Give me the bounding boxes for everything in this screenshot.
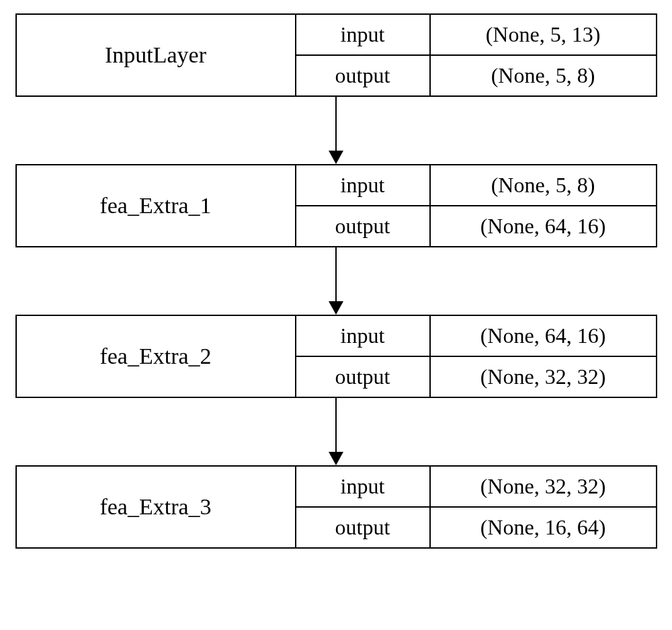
input-label: input: [296, 165, 429, 206]
input-shape: (None, 5, 8): [431, 165, 656, 206]
io-labels: input output: [296, 165, 431, 246]
output-label: output: [296, 508, 429, 547]
io-labels: input output: [296, 467, 431, 547]
arrow-down-icon: [329, 97, 343, 164]
arrow-down-icon: [329, 247, 343, 315]
input-label: input: [296, 316, 429, 357]
shape-values: (None, 5, 13) (None, 5, 8): [431, 15, 656, 95]
shape-values: (None, 32, 32) (None, 16, 64): [431, 467, 656, 547]
output-label: output: [296, 206, 429, 246]
input-shape: (None, 32, 32): [431, 467, 656, 508]
layer-block: fea_Extra_1 input output (None, 5, 8) (N…: [15, 164, 657, 247]
input-label: input: [296, 15, 429, 56]
io-labels: input output: [296, 316, 431, 397]
layer-name: fea_Extra_3: [17, 467, 296, 547]
layer-block: fea_Extra_2 input output (None, 64, 16) …: [15, 315, 657, 398]
io-labels: input output: [296, 15, 431, 95]
output-shape: (None, 16, 64): [431, 508, 656, 547]
layer-name: fea_Extra_2: [17, 316, 296, 397]
shape-values: (None, 5, 8) (None, 64, 16): [431, 165, 656, 246]
arrow-down-icon: [329, 398, 343, 465]
layer-name: fea_Extra_1: [17, 165, 296, 246]
output-label: output: [296, 56, 429, 95]
output-shape: (None, 64, 16): [431, 206, 656, 246]
output-shape: (None, 5, 8): [431, 56, 656, 95]
input-label: input: [296, 467, 429, 508]
input-shape: (None, 5, 13): [431, 15, 656, 56]
layer-block: InputLayer input output (None, 5, 13) (N…: [15, 13, 657, 97]
layer-block: fea_Extra_3 input output (None, 32, 32) …: [15, 465, 657, 549]
shape-values: (None, 64, 16) (None, 32, 32): [431, 316, 656, 397]
output-label: output: [296, 357, 429, 397]
output-shape: (None, 32, 32): [431, 357, 656, 397]
input-shape: (None, 64, 16): [431, 316, 656, 357]
layer-name: InputLayer: [17, 15, 296, 95]
